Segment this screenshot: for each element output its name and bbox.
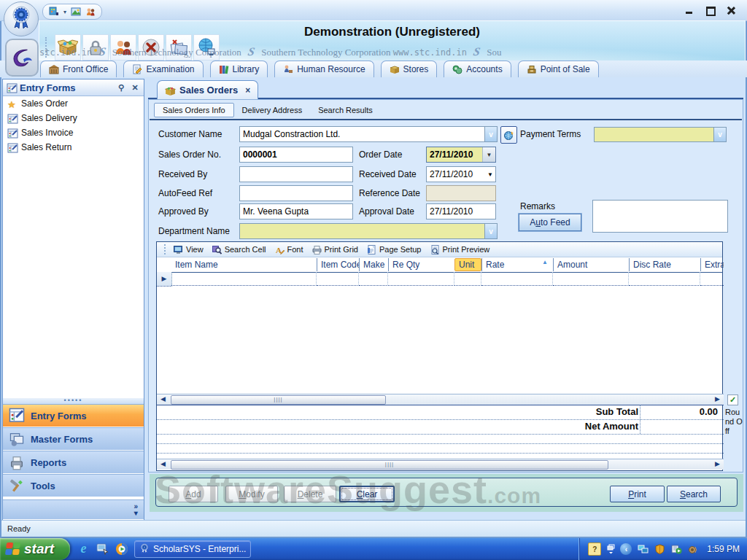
tray-hide-icons-icon[interactable]: ‹ [620, 543, 632, 555]
tab-front-office[interactable]: Front Office [40, 61, 117, 77]
grid-tool-icon[interactable] [49, 7, 59, 17]
sidebar-item-sales-invoice[interactable]: Sales Invoice [3, 125, 144, 140]
grid-cell[interactable] [481, 272, 553, 286]
scroll-right-icon[interactable]: ▶ [712, 459, 723, 469]
customer-lookup-button[interactable] [500, 126, 517, 144]
department-name-input[interactable] [240, 226, 484, 236]
restore-icon[interactable] [705, 6, 716, 15]
grid-cell[interactable] [388, 272, 454, 286]
grid-view-button[interactable]: View [174, 245, 204, 254]
scroll-thumb[interactable] [171, 395, 386, 405]
sidebar-item-sales-return[interactable]: Sales Return [3, 140, 144, 155]
modify-button[interactable]: Modify [225, 486, 278, 502]
col-re-qty[interactable]: Re Qty [388, 258, 454, 271]
tray-network-icon[interactable] [637, 543, 649, 555]
taskbar-clock[interactable]: 1:59 PM [707, 544, 740, 554]
sidebar-item-sales-delivery[interactable]: Sales Delivery [3, 111, 144, 125]
sidebar-overflow-chevron[interactable] [3, 499, 144, 519]
col-unit[interactable]: Unit [454, 258, 481, 271]
delete-button[interactable]: Delete [284, 486, 336, 502]
sales-order-no-field[interactable] [239, 147, 353, 163]
tab-examination[interactable]: Examination [123, 61, 203, 77]
grid-print-grid-button[interactable]: Print Grid [312, 245, 358, 254]
row-selector[interactable] [157, 272, 172, 287]
grid-print-preview-button[interactable]: Print Preview [430, 245, 490, 254]
received-date-picker[interactable] [426, 166, 496, 182]
grid-cell[interactable] [700, 272, 724, 286]
approved-by-field[interactable] [239, 203, 353, 219]
payment-terms-dropdown-icon[interactable] [713, 128, 726, 141]
pin-icon[interactable] [116, 82, 126, 93]
scroll-thumb[interactable] [171, 460, 608, 470]
payment-terms-combo[interactable] [594, 127, 727, 142]
col-disc-rate[interactable]: Disc Rate [629, 258, 700, 271]
clear-button[interactable]: Clear [339, 486, 395, 502]
received-date-input[interactable] [427, 169, 487, 179]
doc-tab-sales-orders[interactable]: Sales Orders × [157, 80, 258, 99]
received-by-input[interactable] [240, 169, 352, 179]
add-button[interactable]: Add [169, 486, 218, 502]
close-icon[interactable] [725, 6, 737, 15]
subtab-search-results[interactable]: Search Results [310, 104, 381, 117]
minimize-icon[interactable] [684, 6, 696, 15]
tab-stores[interactable]: Stores [381, 61, 438, 77]
order-date-picker[interactable] [426, 147, 496, 163]
grid-cell[interactable] [454, 272, 481, 286]
col-make[interactable]: Make [359, 258, 388, 271]
order-date-dropdown-icon[interactable] [482, 147, 495, 162]
grid-hscrollbar[interactable]: ◀ ▶ [157, 394, 724, 405]
doc-tab-close-icon[interactable]: × [245, 85, 250, 96]
totals-hscrollbar[interactable]: ◀ ▶ [157, 459, 724, 470]
order-date-input[interactable] [427, 149, 482, 160]
received-by-field[interactable] [239, 166, 353, 182]
sidebar-splitter[interactable] [3, 398, 144, 404]
qat-dropdown-icon[interactable]: ▾ [63, 9, 66, 15]
approved-by-input[interactable] [240, 206, 352, 217]
nav-master-forms[interactable]: Master Forms [3, 427, 144, 450]
grid-cell[interactable] [317, 272, 359, 286]
scroll-left-icon[interactable]: ◀ [158, 394, 169, 404]
grid-font-button[interactable]: A Font [275, 245, 303, 254]
department-name-combo[interactable] [239, 223, 498, 239]
sidebar-close-icon[interactable] [130, 82, 140, 93]
scroll-left-icon[interactable]: ◀ [158, 459, 169, 469]
customer-name-dropdown-icon[interactable] [484, 127, 497, 141]
media-player-icon[interactable] [114, 541, 129, 556]
received-date-dropdown-icon[interactable] [487, 171, 495, 178]
print-button[interactable]: Print [610, 486, 665, 502]
grid-cell[interactable] [553, 272, 629, 286]
scroll-right-icon[interactable]: ▶ [712, 394, 723, 404]
tray-windows-icon[interactable] [606, 543, 615, 555]
sidebar-item-sales-order[interactable]: Sales Order [3, 96, 144, 111]
search-button[interactable]: Search [667, 486, 721, 502]
grid-cell[interactable] [359, 272, 388, 286]
tray-shield-icon[interactable] [654, 543, 665, 555]
sales-order-no-input[interactable] [240, 149, 352, 160]
grid-page-setup-button[interactable]: Page Setup [367, 245, 422, 254]
customer-name-input[interactable] [240, 129, 484, 139]
tray-scheduler-icon[interactable] [670, 543, 682, 555]
autofeed-ref-input[interactable] [240, 188, 352, 198]
customer-name-combo[interactable] [239, 126, 498, 142]
tray-help-icon[interactable]: ? [588, 542, 601, 556]
taskbar-task-scholarsys[interactable]: ScholarSYS - Enterpri... [134, 540, 251, 558]
approval-date-field[interactable] [426, 203, 496, 219]
col-item-code[interactable]: Item Code [317, 258, 359, 271]
approval-date-input[interactable] [427, 206, 495, 217]
subtab-sales-orders-info[interactable]: Sales Orders Info [154, 103, 234, 117]
round-off-checkbox[interactable] [727, 394, 738, 405]
start-button[interactable]: start [0, 538, 70, 560]
grid-cell[interactable] [171, 272, 317, 286]
tab-point-of-sale[interactable]: Point of Sale [518, 61, 599, 77]
tray-volume-icon[interactable] [687, 543, 699, 555]
nav-reports[interactable]: Reports [3, 451, 144, 473]
department-dropdown-icon[interactable] [484, 224, 497, 238]
col-amount[interactable]: Amount [553, 258, 629, 271]
show-desktop-icon[interactable] [95, 541, 110, 556]
nav-tools[interactable]: Tools [3, 474, 144, 497]
users-tool-icon[interactable] [85, 7, 96, 17]
autofeed-ref-field[interactable] [239, 185, 353, 201]
remarks-textarea[interactable] [592, 200, 728, 233]
tab-human-resource[interactable]: Human Resource [274, 61, 374, 77]
grid-cell[interactable] [629, 272, 700, 286]
